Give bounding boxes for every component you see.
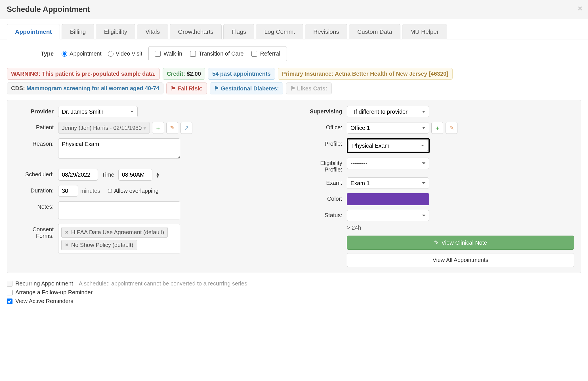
view-clinical-label: View Clinical Note xyxy=(442,240,487,246)
pencil-icon: ✎ xyxy=(449,124,454,131)
cds-link[interactable]: Mammogram screening for all women aged 4… xyxy=(26,85,159,91)
profile-highlight: Physical Exam xyxy=(347,138,430,153)
add-office-button[interactable]: ＋ xyxy=(431,122,443,134)
status-select[interactable] xyxy=(347,210,429,221)
radio-video-label: Video Visit xyxy=(116,50,142,57)
plus-icon: ＋ xyxy=(155,124,161,132)
view-clinical-note-button[interactable]: ✎ View Clinical Note xyxy=(347,236,574,250)
eligibility-profile-select[interactable]: --------- xyxy=(347,158,429,169)
followup-label: Arrange a Follow-up Reminder xyxy=(15,289,93,296)
supervising-select[interactable]: - If different to provider - xyxy=(347,106,429,117)
notes-textarea[interactable] xyxy=(58,201,180,219)
duration-input[interactable] xyxy=(58,185,78,197)
eligibility-profile-label: Eligibility Profile: xyxy=(303,158,342,173)
check-transition-label: Transition of Care xyxy=(199,50,243,57)
consent-tag[interactable]: × HIPAA Data Use Agreement (default) xyxy=(61,227,168,238)
reason-textarea[interactable]: Physical Exam xyxy=(58,138,180,159)
tab-custom-data[interactable]: Custom Data xyxy=(349,24,400,39)
past-appointments-badge[interactable]: 54 past appointments xyxy=(208,68,275,80)
add-patient-button[interactable]: ＋ xyxy=(152,122,164,134)
check-walkin-label: Walk-in xyxy=(163,50,182,57)
cds-badge: CDS: Mammogram screening for all women a… xyxy=(7,82,163,94)
provider-select[interactable]: Dr. James Smith xyxy=(58,106,138,117)
radio-video-input[interactable] xyxy=(108,51,114,57)
tab-revisions[interactable]: Revisions xyxy=(305,24,347,39)
flag-icon: ⚑ xyxy=(290,85,295,92)
active-reminders-checkbox[interactable] xyxy=(7,299,12,304)
flag-icon: ⚑ xyxy=(214,85,219,92)
supervising-label: Supervising xyxy=(303,106,342,115)
cds-label: CDS: xyxy=(11,85,25,91)
profile-select[interactable]: Physical Exam xyxy=(348,140,428,151)
radio-appointment-label: Appointment xyxy=(70,50,101,57)
reason-label: Reason: xyxy=(14,138,54,147)
modal-header: Schedule Appointment × xyxy=(0,0,588,19)
pencil-icon: ✎ xyxy=(170,124,175,131)
tab-growthcharts[interactable]: Growthcharts xyxy=(170,24,222,39)
profile-label: Profile: xyxy=(303,138,342,147)
patient-label: Patient xyxy=(14,122,54,131)
left-column: Provider Dr. James Smith Patient Jenny (… xyxy=(14,106,285,267)
gestational-diabetes-badge[interactable]: ⚑Gestational Diabetes: xyxy=(210,82,283,94)
tab-billing[interactable]: Billing xyxy=(62,24,94,39)
followup-checkbox[interactable] xyxy=(7,290,12,295)
tab-log-comm[interactable]: Log Comm. xyxy=(256,24,303,39)
check-walkin[interactable]: Walk-in xyxy=(155,50,182,57)
check-referral-input[interactable] xyxy=(251,51,257,57)
consent-label: Consent Forms: xyxy=(14,224,54,239)
tab-bar: Appointment Billing Eligibility Vitals G… xyxy=(0,24,588,39)
remove-icon[interactable]: × xyxy=(65,229,68,236)
edit-office-button[interactable]: ✎ xyxy=(446,122,457,134)
flag-icon: ⚑ xyxy=(171,85,176,92)
consent-tag[interactable]: × No Show Policy (default) xyxy=(61,240,137,250)
check-transition[interactable]: Transition of Care xyxy=(190,50,243,57)
credit-value: $2.00 xyxy=(187,71,201,77)
credit-label: Credit: xyxy=(167,71,185,77)
time-input[interactable] xyxy=(118,169,152,181)
check-walkin-input[interactable] xyxy=(155,51,161,57)
likes-cats-label: Likes Cats: xyxy=(297,85,327,92)
warning-badge: WARNING: This patient is pre-populated s… xyxy=(7,68,160,80)
type-label: Type xyxy=(41,50,54,57)
gest-diabetes-label: Gestational Diabetes: xyxy=(221,85,279,92)
duration-label: Duration: xyxy=(14,185,54,194)
office-select[interactable]: Office 1 xyxy=(347,122,429,134)
radio-appointment[interactable]: Appointment xyxy=(62,50,101,57)
view-all-appointments-button[interactable]: View All Appointments xyxy=(347,253,574,267)
open-patient-button[interactable]: ↗ xyxy=(180,122,192,134)
fall-risk-badge[interactable]: ⚑Fall Risk: xyxy=(166,82,207,94)
close-icon[interactable]: × xyxy=(578,4,582,13)
form-panel: Provider Dr. James Smith Patient Jenny (… xyxy=(7,100,581,273)
radio-appointment-input[interactable] xyxy=(62,51,67,57)
office-label: Office: xyxy=(303,122,342,131)
modal-title: Schedule Appointment xyxy=(7,5,581,14)
color-swatch[interactable] xyxy=(347,193,429,205)
radio-video-visit[interactable]: Video Visit xyxy=(108,50,142,57)
patient-field[interactable]: Jenny (Jen) Harris - 02/11/1980 ▾ xyxy=(58,122,150,134)
date-input[interactable] xyxy=(58,169,98,181)
tab-appointment[interactable]: Appointment xyxy=(7,24,60,39)
notes-label: Notes: xyxy=(14,201,54,210)
exam-select[interactable]: Exam 1 xyxy=(347,177,429,189)
remove-icon[interactable]: × xyxy=(65,242,68,248)
status-label: Status: xyxy=(303,210,342,219)
time-spinner[interactable]: ▲ ▼ xyxy=(156,172,160,178)
tab-flags[interactable]: Flags xyxy=(223,24,254,39)
consent-forms-box[interactable]: × HIPAA Data Use Agreement (default) × N… xyxy=(58,224,180,253)
allow-overlapping-label: Allow overlapping xyxy=(114,188,159,194)
likes-cats-badge[interactable]: ⚑Likes Cats: xyxy=(286,82,332,94)
consent-tag-label: No Show Policy (default) xyxy=(71,242,133,248)
allow-overlapping-checkbox[interactable] xyxy=(108,189,112,193)
consent-tag-label: HIPAA Data Use Agreement (default) xyxy=(71,229,164,236)
scheduled-label: Scheduled: xyxy=(14,169,54,178)
edit-patient-button[interactable]: ✎ xyxy=(166,122,178,134)
tab-mu-helper[interactable]: MU Helper xyxy=(402,24,447,39)
check-transition-input[interactable] xyxy=(190,51,196,57)
minutes-label: minutes xyxy=(80,188,100,194)
tab-eligibility[interactable]: Eligibility xyxy=(96,24,136,39)
tab-vitals[interactable]: Vitals xyxy=(137,24,168,39)
chevron-down-icon[interactable]: ▼ xyxy=(156,175,160,178)
gt24-label: > 24h xyxy=(347,225,361,231)
insurance-badge: Primary Insurance: Aetna Better Health o… xyxy=(278,68,453,80)
check-referral[interactable]: Referral xyxy=(251,50,280,57)
